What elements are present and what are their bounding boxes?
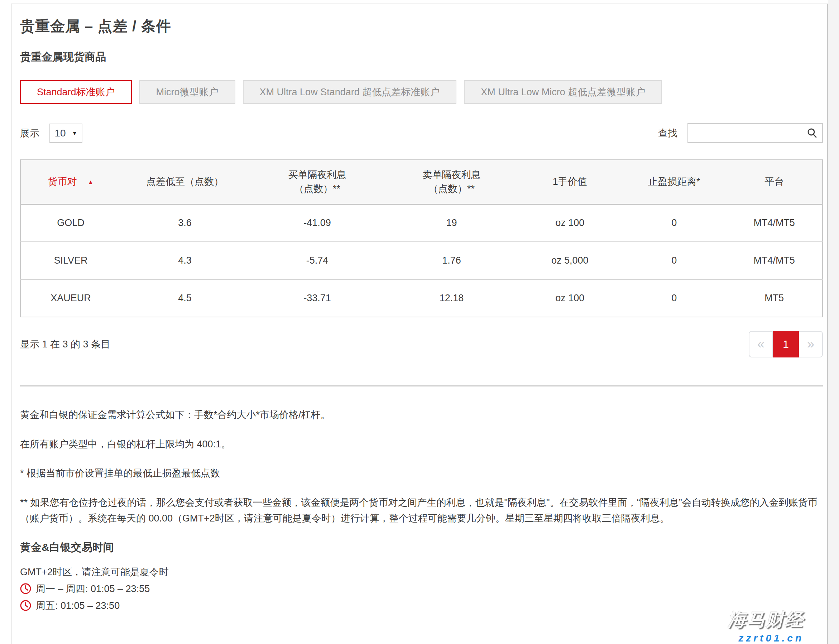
cell-platform: MT4/MT5 [726,242,823,279]
column-header-pair[interactable]: 货币对▲ [20,160,121,204]
tab-micro-account[interactable]: Micro微型账户 [139,80,235,104]
watermark-site: zzrt01.cn [728,632,804,644]
chevron-down-icon: ▼ [72,130,77,136]
timezone-note: GMT+2时区，请注意可能是夏令时 [20,565,823,578]
schedule-row-weekdays: 周一 – 周四: 01:05 – 23:55 [20,582,823,595]
table-controls: 展示 10 ▼ 查找 [20,123,823,143]
column-header-spread[interactable]: 点差低至（点数） [121,160,249,204]
page-size-select[interactable]: 10 ▼ [49,123,82,143]
cell-spread: 4.5 [121,279,249,317]
clock-icon [20,583,31,594]
cell-swap-long: -41.09 [249,204,385,242]
search-box [688,123,823,143]
page-size-value: 10 [54,128,66,139]
column-label: 1手价值 [553,176,587,187]
tab-standard-account[interactable]: Standard标准账户 [20,80,132,104]
cell-lot-value: oz 100 [518,279,622,317]
silver-leverage-note: 在所有账户类型中，白银的杠杆上限均为 400:1。 [20,437,823,452]
cell-swap-short: 1.76 [385,242,518,279]
page-subtitle: 贵重金属现货商品 [20,50,823,64]
cell-stop-distance: 0 [622,242,726,279]
column-label-line2: （点数）** [385,182,518,196]
column-label: 货币对 [48,176,77,187]
search-input[interactable] [688,124,822,142]
cell-spread: 3.6 [121,204,249,242]
cell-lot-value: oz 100 [518,204,622,242]
tab-label: XM Ultra Low Micro 超低点差微型账户 [481,85,645,99]
chevrons-left-icon: « [757,337,765,352]
pagination-page-1-button[interactable]: 1 [773,331,799,358]
column-label-line1: 买单隔夜利息 [249,168,385,182]
account-type-tabs: Standard标准账户 Micro微型账户 XM Ultra Low Stan… [20,80,823,104]
table-footer: 显示 1 在 3 的 3 条目 « 1 » [20,331,823,358]
tab-label: Standard标准账户 [37,85,115,99]
search-icon [806,128,818,139]
cell-swap-long: -33.71 [249,279,385,317]
cell-stop-distance: 0 [622,279,726,317]
schedule-text: 周一 – 周四: 01:05 – 23:55 [36,582,150,595]
column-label: 平台 [765,176,784,187]
page-right-gutter [828,0,839,644]
table-header-row: 货币对▲ 点差低至（点数） 买单隔夜利息 （点数）** 卖单隔夜利息 （点数）*… [20,160,823,204]
column-header-stop-distance[interactable]: 止盈损距离* [622,160,726,204]
cell-swap-long: -5.74 [249,242,385,279]
cell-pair: GOLD [20,204,121,242]
swap-note: ** 如果您有仓位持仓过夜的话，那么您会支付或者获取一些金额，该金额便是两个货币… [20,495,823,526]
pagination-prev-button[interactable]: « [749,331,773,358]
column-header-platform[interactable]: 平台 [726,160,823,204]
watermark: 海马财经 zzrt01.cn [728,608,804,644]
tab-ultra-low-standard-account[interactable]: XM Ultra Low Standard 超低点差标准账户 [243,80,457,104]
cell-platform: MT5 [726,279,823,317]
spreads-table: 货币对▲ 点差低至（点数） 买单隔夜利息 （点数）** 卖单隔夜利息 （点数）*… [20,159,823,317]
content-panel: 贵重金属 – 点差 / 条件 贵重金属现货商品 Standard标准账户 Mic… [11,3,828,644]
table-row: GOLD 3.6 -41.09 19 oz 100 0 MT4/MT5 [20,204,823,242]
tab-ultra-low-micro-account[interactable]: XM Ultra Low Micro 超低点差微型账户 [464,80,662,104]
cell-pair: XAUEUR [20,279,121,317]
cell-spread: 4.3 [121,242,249,279]
margin-formula-note: 黄金和白银的保证金需求计算公式如下：手数*合约大小*市场价格/杠杆。 [20,407,823,423]
trading-hours-heading: 黄金&白银交易时间 [20,540,823,555]
stop-level-note: * 根据当前市价设置挂单的最低止损盈最低点数 [20,466,823,481]
table-row: SILVER 4.3 -5.74 1.76 oz 5,000 0 MT4/MT5 [20,242,823,279]
cell-swap-short: 19 [385,204,518,242]
pagination: « 1 » [749,331,823,358]
pagination-next-button[interactable]: » [798,331,823,358]
table-row: XAUEUR 4.5 -33.71 12.18 oz 100 0 MT5 [20,279,823,317]
chevrons-right-icon: » [807,337,814,352]
page-size-group: 展示 10 ▼ [20,123,82,143]
entries-summary: 显示 1 在 3 的 3 条目 [20,338,110,351]
sort-ascending-icon: ▲ [88,179,94,186]
section-divider [20,385,823,386]
column-label: 止盈损距离* [648,176,700,187]
cell-stop-distance: 0 [622,204,726,242]
cell-platform: MT4/MT5 [726,204,823,242]
clock-icon [20,600,31,611]
column-label-line2: （点数）** [249,182,385,196]
schedule-row-friday: 周五: 01:05 – 23:50 [20,599,823,612]
show-label: 展示 [20,127,39,140]
cell-lot-value: oz 5,000 [518,242,622,279]
schedule-text: 周五: 01:05 – 23:50 [36,599,120,612]
watermark-name: 海马财经 [728,608,804,632]
tab-label: Micro微型账户 [156,85,219,99]
column-label-line1: 卖单隔夜利息 [385,168,518,182]
cell-swap-short: 12.18 [385,279,518,317]
page-title: 贵重金属 – 点差 / 条件 [20,16,823,36]
search-group: 查找 [658,123,823,143]
tab-label: XM Ultra Low Standard 超低点差标准账户 [260,85,440,99]
column-header-swap-long[interactable]: 买单隔夜利息 （点数）** [249,160,385,204]
column-header-swap-short[interactable]: 卖单隔夜利息 （点数）** [385,160,518,204]
column-label: 点差低至（点数） [146,176,224,187]
column-header-lot-value[interactable]: 1手价值 [518,160,622,204]
cell-pair: SILVER [20,242,121,279]
notes-section: 黄金和白银的保证金需求计算公式如下：手数*合约大小*市场价格/杠杆。 在所有账户… [20,407,823,612]
search-label: 查找 [658,127,678,140]
